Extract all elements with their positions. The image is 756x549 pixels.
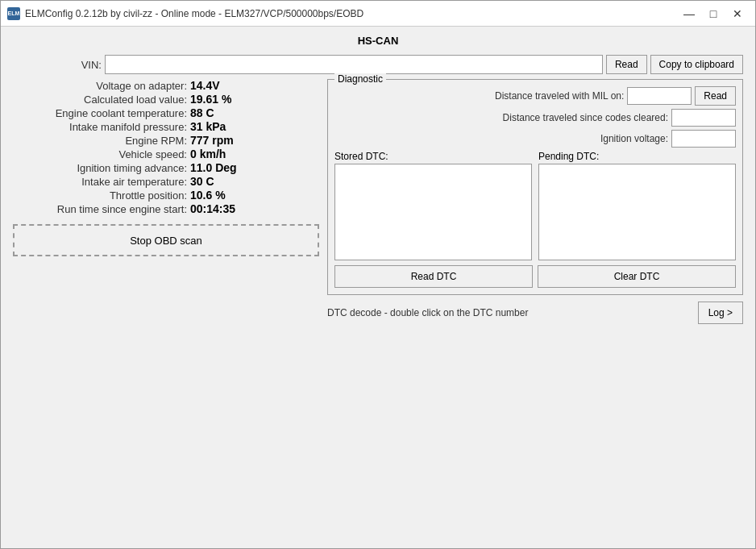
main-content: HS-CAN VIN: Read Copy to clipboard Volta… — [1, 27, 755, 548]
log-button[interactable]: Log > — [698, 302, 743, 324]
bottom-row: DTC decode - double click on the DTC num… — [327, 302, 743, 324]
read-dtc-button[interactable]: Read DTC — [334, 265, 533, 288]
mil-input[interactable] — [627, 87, 692, 105]
ignition-input[interactable] — [671, 130, 736, 148]
data-rows-container: Voltage on adapter:14.4VCalculated load … — [13, 79, 319, 216]
diagnostic-group: Diagnostic Distance traveled with MIL on… — [327, 79, 743, 295]
section-title: HS-CAN — [13, 35, 743, 47]
data-row: Run time since engine start:00:14:35 — [13, 202, 319, 215]
data-field-label: Throttle position: — [13, 189, 190, 202]
data-row: Engine coolant temperature:88 C — [13, 106, 319, 119]
pending-dtc-col: Pending DTC: — [538, 151, 736, 260]
vin-label: VIN: — [13, 59, 102, 71]
stored-dtc-label: Stored DTC: — [334, 151, 532, 162]
titlebar-left: ELM ELMConfig 0.2.12b by civil-zz - Onli… — [7, 7, 363, 20]
data-field-value: 31 kPa — [190, 120, 287, 133]
main-area: Voltage on adapter:14.4VCalculated load … — [13, 79, 743, 540]
dtc-area: Stored DTC: Pending DTC: — [334, 151, 736, 260]
data-row: Calculated load value:19.61 % — [13, 93, 319, 106]
vin-input[interactable] — [105, 55, 603, 74]
pending-dtc-list[interactable] — [538, 164, 736, 260]
data-row: Ignition timing advance:11.0 Deg — [13, 161, 319, 174]
data-field-label: Calculated load value: — [13, 94, 190, 106]
since-clear-input[interactable] — [671, 109, 736, 127]
pending-dtc-label: Pending DTC: — [538, 151, 736, 162]
since-clear-label: Distance traveled since codes cleared: — [334, 112, 668, 123]
clear-dtc-button[interactable]: Clear DTC — [538, 265, 736, 288]
data-field-label: Voltage on adapter: — [13, 80, 190, 92]
data-field-value: 777 rpm — [190, 134, 287, 147]
maximize-button[interactable]: □ — [702, 5, 725, 23]
data-row: Vehicle speed:0 km/h — [13, 148, 319, 160]
vin-read-button[interactable]: Read — [606, 55, 647, 74]
dtc-buttons: Read DTC Clear DTC — [334, 265, 736, 288]
window-controls: — □ ✕ — [678, 5, 749, 23]
data-row: Intake manifold pressure:31 kPa — [13, 120, 319, 133]
titlebar: ELM ELMConfig 0.2.12b by civil-zz - Onli… — [1, 1, 755, 27]
data-row: Throttle position:10.6 % — [13, 189, 319, 202]
data-field-value: 88 C — [190, 106, 287, 119]
data-field-value: 10.6 % — [190, 189, 287, 202]
copy-to-clipboard-button[interactable]: Copy to clipboard — [650, 55, 743, 74]
left-panel: Voltage on adapter:14.4VCalculated load … — [13, 79, 319, 540]
diagnostic-read-button[interactable]: Read — [695, 86, 736, 106]
close-button[interactable]: ✕ — [726, 5, 749, 23]
data-field-label: Engine RPM: — [13, 135, 190, 147]
data-row: Voltage on adapter:14.4V — [13, 79, 319, 92]
stored-dtc-col: Stored DTC: — [334, 151, 532, 260]
data-field-label: Vehicle speed: — [13, 148, 190, 160]
since-clear-row: Distance traveled since codes cleared: — [334, 109, 736, 127]
data-field-label: Intake manifold pressure: — [13, 121, 190, 133]
app-icon: ELM — [7, 7, 20, 20]
data-field-value: 19.61 % — [190, 93, 287, 106]
data-field-value: 14.4V — [190, 79, 287, 92]
data-field-value: 00:14:35 — [190, 202, 287, 215]
stored-dtc-list[interactable] — [334, 164, 532, 260]
data-field-label: Engine coolant temperature: — [13, 107, 190, 119]
data-field-value: 30 C — [190, 175, 287, 188]
data-field-label: Intake air temperature: — [13, 176, 190, 188]
data-field-value: 0 km/h — [190, 148, 287, 160]
data-field-label: Ignition timing advance: — [13, 162, 190, 174]
data-field-value: 11.0 Deg — [190, 161, 287, 174]
data-field-label: Run time since engine start: — [13, 203, 190, 215]
mil-label: Distance traveled with MIL on: — [334, 90, 624, 102]
vin-row: VIN: Read Copy to clipboard — [13, 55, 743, 74]
main-window: ELM ELMConfig 0.2.12b by civil-zz - Onli… — [0, 0, 756, 549]
window-title: ELMConfig 0.2.12b by civil-zz - Online m… — [25, 8, 363, 19]
data-row: Intake air temperature:30 C — [13, 175, 319, 188]
ignition-label: Ignition voltage: — [334, 133, 668, 144]
right-panel: Diagnostic Distance traveled with MIL on… — [327, 79, 743, 540]
stop-obd-button[interactable]: Stop OBD scan — [13, 224, 319, 256]
minimize-button[interactable]: — — [678, 5, 700, 23]
ignition-row: Ignition voltage: — [334, 130, 736, 148]
diagnostic-legend: Diagnostic — [334, 73, 386, 85]
dtc-decode-text: DTC decode - double click on the DTC num… — [327, 304, 528, 322]
mil-row: Distance traveled with MIL on: Read — [334, 86, 736, 106]
data-row: Engine RPM:777 rpm — [13, 134, 319, 147]
